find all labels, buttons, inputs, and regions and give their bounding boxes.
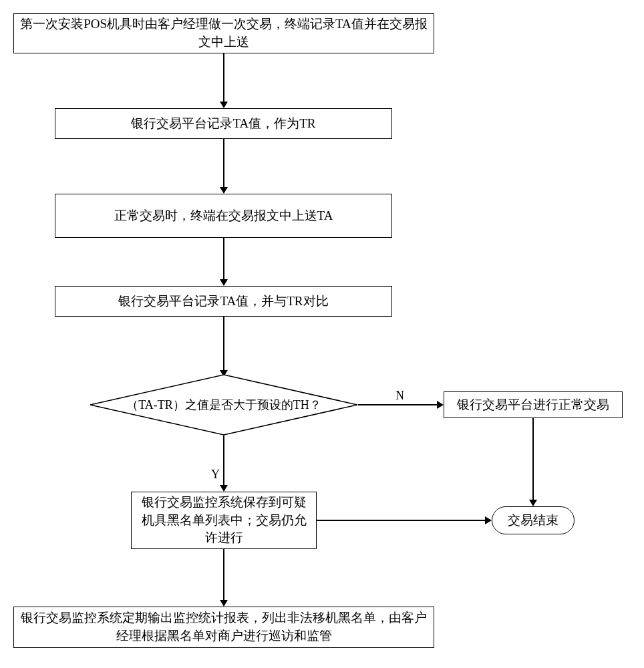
arrow-head-icon	[529, 500, 537, 506]
flow-arrow	[223, 549, 224, 601]
flow-node-label: 银行交易平台记录TA值，作为TR	[131, 115, 315, 133]
flow-arrow	[223, 238, 224, 281]
flow-node-report-output: 银行交易监控系统定期输出监控统计报表，列出非法移机黑名单，由客户经理根据黑名单对…	[13, 607, 434, 648]
arrow-head-icon	[485, 516, 492, 524]
edge-label-yes: Y	[211, 468, 220, 482]
arrow-head-icon	[220, 485, 228, 492]
flow-decision-threshold: （TA-TR）之值是否大于预设的TH？	[90, 374, 358, 436]
arrow-head-icon	[437, 401, 444, 409]
edge-label-no: N	[395, 389, 404, 403]
flow-node-install: 第一次安装POS机具时由客户经理做一次交易，终端记录TA值并在交易报文中上送	[13, 13, 434, 53]
flow-node-label: （TA-TR）之值是否大于预设的TH？	[90, 374, 358, 436]
arrow-head-icon	[220, 187, 228, 194]
flow-node-blacklist-save: 银行交易监控系统保存到可疑机具黑名单列表中；交易仍允许进行	[131, 492, 317, 549]
arrow-head-icon	[220, 600, 228, 607]
flow-arrow	[223, 53, 224, 103]
flow-node-label: 银行交易监控系统定期输出监控统计报表，列出非法移机黑名单，由客户经理根据黑名单对…	[19, 609, 428, 645]
flow-node-label: 交易结束	[508, 512, 558, 529]
flow-node-normal-trade: 银行交易平台进行正常交易	[444, 391, 623, 418]
flow-node-record-tr: 银行交易平台记录TA值，作为TR	[55, 108, 392, 139]
flow-node-label: 银行交易监控系统保存到可疑机具黑名单列表中；交易仍允许进行	[137, 494, 311, 547]
flow-arrow	[223, 139, 224, 188]
flow-node-label: 正常交易时，终端在交易报文中上送TA	[114, 207, 333, 225]
arrow-head-icon	[220, 279, 228, 286]
flow-node-normal-send-ta: 正常交易时，终端在交易报文中上送TA	[55, 194, 392, 238]
flow-arrow	[223, 317, 224, 371]
arrow-head-icon	[220, 102, 228, 108]
flow-terminator-end: 交易结束	[492, 506, 575, 534]
flow-arrow	[358, 404, 438, 405]
flow-node-label: 银行交易平台进行正常交易	[457, 396, 609, 414]
flow-node-label: 银行交易平台记录TA值，并与TR对比	[118, 293, 328, 311]
flow-node-compare-tr: 银行交易平台记录TA值，并与TR对比	[55, 286, 392, 317]
flow-arrow	[317, 520, 486, 521]
flow-arrow	[532, 418, 534, 501]
flow-arrow	[223, 436, 224, 486]
flow-node-label: 第一次安装POS机具时由客户经理做一次交易，终端记录TA值并在交易报文中上送	[19, 15, 428, 51]
